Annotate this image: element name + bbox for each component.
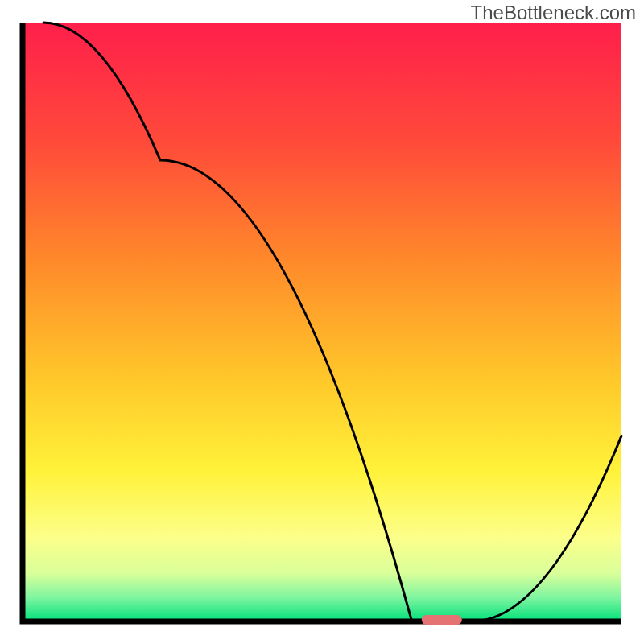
optimal-range-marker (422, 615, 462, 625)
watermark-text: TheBottleneck.com (471, 2, 636, 24)
plot-area (23, 23, 621, 621)
chart-svg (0, 0, 644, 644)
bottleneck-chart: TheBottleneck.com (0, 0, 644, 644)
